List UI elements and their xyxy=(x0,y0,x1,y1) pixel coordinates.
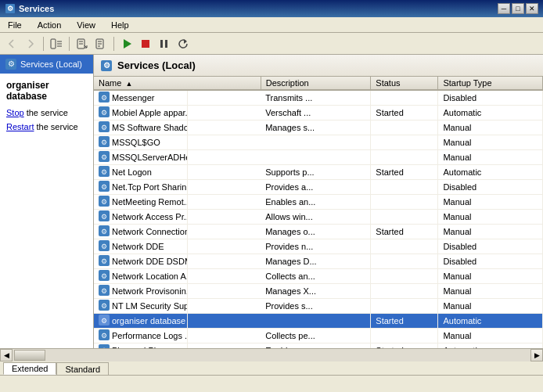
menu-file[interactable]: File xyxy=(3,20,27,31)
export-list-button[interactable] xyxy=(74,35,91,52)
table-row[interactable]: ⚙Network ConnectionsManages o...StartedM… xyxy=(94,225,543,239)
cell-startup: Manual xyxy=(438,329,543,343)
cell-name: ⚙Net.Tcp Port Sharin... xyxy=(94,180,188,194)
table-row[interactable]: ⚙Network Location A...Collects an...Manu… xyxy=(94,269,543,284)
hscroll-left-button[interactable]: ◀ xyxy=(0,349,13,361)
cell-status: Started xyxy=(371,106,438,120)
pause-button[interactable] xyxy=(156,35,173,52)
run-button[interactable] xyxy=(118,35,135,52)
cell-startup: Disabled xyxy=(438,90,543,106)
cell-status xyxy=(371,254,438,269)
service-row-icon: ⚙ xyxy=(99,344,110,348)
title-text: Services xyxy=(19,4,54,13)
table-row[interactable]: ⚙NetMeeting Remot...Enables an...Manual xyxy=(94,195,543,210)
table-row[interactable]: ⚙MSSQL$GOManual xyxy=(94,135,543,150)
svg-text:⚙: ⚙ xyxy=(101,109,107,117)
toolbar-sep-1 xyxy=(43,37,44,51)
hscroll-thumb[interactable] xyxy=(14,350,45,361)
hscroll-track[interactable] xyxy=(13,349,530,361)
table-row[interactable]: ⚙Net LogonSupports p...StartedAutomatic xyxy=(94,165,543,180)
detail-panel: organiser database Stop the service Rest… xyxy=(0,74,93,140)
close-button[interactable]: ✕ xyxy=(526,3,538,14)
service-row-icon: ⚙ xyxy=(99,285,110,297)
table-row[interactable]: ⚙Network DDE DSDMManages D...Disabled xyxy=(94,254,543,269)
cell-name: ⚙Mobiel Apple appar... xyxy=(94,106,188,120)
cell-description: Collects an... xyxy=(261,269,371,284)
cell-name: ⚙Messenger xyxy=(94,91,188,105)
hscroll-right-button[interactable]: ▶ xyxy=(530,349,543,361)
menu-action[interactable]: Action xyxy=(33,20,67,31)
cell-startup: Automatic xyxy=(438,314,543,329)
show-hide-tree-button[interactable] xyxy=(48,35,65,52)
table-row[interactable]: ⚙Network Provisonin...Manages X...Manual xyxy=(94,284,543,299)
tab-extended[interactable]: Extended xyxy=(3,362,56,375)
col-status[interactable]: Status xyxy=(371,77,438,90)
cell-status xyxy=(371,90,438,106)
tab-standard[interactable]: Standard xyxy=(56,362,109,375)
right-panel: ⚙ Services (Local) Name ▲ Description St… xyxy=(94,55,543,348)
toolbar-sep-3 xyxy=(113,37,114,51)
table-row[interactable]: ⚙MS Software Shado...Manages s...Manual xyxy=(94,120,543,135)
title-bar-left: ⚙ Services xyxy=(5,3,54,14)
title-bar-controls: ─ □ ✕ xyxy=(498,3,538,14)
forward-button[interactable] xyxy=(22,35,39,52)
table-row[interactable]: ⚙MessengerTransmits ...Disabled xyxy=(94,90,543,106)
table-row[interactable]: ⚙Network DDEProvides n...Disabled xyxy=(94,239,543,254)
cell-startup: Automatic xyxy=(438,106,543,120)
services-header-icon: ⚙ xyxy=(100,59,113,72)
restart-link[interactable]: Restart xyxy=(6,122,34,131)
cell-name: ⚙MSSQLServerADHel... xyxy=(94,150,188,164)
menu-help[interactable]: Help xyxy=(106,20,134,31)
minimize-button[interactable]: ─ xyxy=(498,3,510,14)
col-startup[interactable]: Startup Type xyxy=(438,77,543,90)
cell-startup: Disabled xyxy=(438,180,543,195)
restore-button[interactable]: □ xyxy=(512,3,524,14)
toolbar xyxy=(0,33,543,55)
table-row[interactable]: ⚙Mobiel Apple appar...Verschaft ...Start… xyxy=(94,106,543,120)
toolbar-sep-2 xyxy=(69,37,70,51)
cell-startup: Manual xyxy=(438,195,543,210)
cell-description: Allows win... xyxy=(261,210,371,225)
col-description[interactable]: Description xyxy=(261,77,371,90)
service-row-icon: ⚙ xyxy=(99,121,110,134)
cell-description xyxy=(261,135,371,150)
properties-button[interactable] xyxy=(92,35,110,52)
cell-description: Manages o... xyxy=(261,225,371,239)
left-panel: ⚙ Services (Local) organiser database St… xyxy=(0,55,94,348)
nav-item-services-local[interactable]: ⚙ Services (Local) xyxy=(0,55,93,74)
service-row-icon: ⚙ xyxy=(99,300,110,312)
cell-status xyxy=(371,329,438,343)
back-button[interactable] xyxy=(3,35,20,52)
service-row-icon: ⚙ xyxy=(99,136,110,149)
svg-text:⚙: ⚙ xyxy=(101,94,107,102)
table-row[interactable]: ⚙NT LM Security Sup...Provides s...Manua… xyxy=(94,299,543,314)
stop-link[interactable]: Stop xyxy=(6,108,24,117)
cell-startup: Manual xyxy=(438,210,543,225)
service-row-icon: ⚙ xyxy=(99,240,110,253)
cell-startup: Manual xyxy=(438,284,543,299)
status-bar xyxy=(0,375,543,392)
table-row[interactable]: ⚙Net.Tcp Port Sharin...Provides a...Disa… xyxy=(94,180,543,195)
table-row[interactable]: ⚙MSSQLServerADHel...Manual xyxy=(94,150,543,165)
cell-startup: Automatic xyxy=(438,343,543,349)
menu-bar: File Action View Help xyxy=(0,17,543,33)
cell-description: Provides s... xyxy=(261,299,371,314)
table-row[interactable]: ⚙organiser databaseStartedAutomatic xyxy=(94,314,543,329)
cell-startup: Disabled xyxy=(438,254,543,269)
cell-description xyxy=(261,150,371,165)
restart-button[interactable] xyxy=(174,35,192,52)
table-row[interactable]: ⚙Performance Logs ...Collects pe...Manua… xyxy=(94,329,543,343)
services-table-container[interactable]: Name ▲ Description Status Startup Type ⚙… xyxy=(94,77,543,348)
cell-description xyxy=(261,314,371,329)
svg-text:⚙: ⚙ xyxy=(101,153,107,161)
nav-item-label: Services (Local) xyxy=(20,59,82,69)
table-row[interactable]: ⚙Network Access Pr...Allows win...Manual xyxy=(94,210,543,225)
svg-text:⚙: ⚙ xyxy=(101,302,107,310)
cell-startup: Manual xyxy=(438,299,543,314)
col-name[interactable]: Name ▲ xyxy=(94,77,261,90)
stop-button[interactable] xyxy=(137,35,154,52)
menu-view[interactable]: View xyxy=(72,20,100,31)
cell-startup: Manual xyxy=(438,150,543,165)
table-row[interactable]: ⚙Plug and PlayEnables a c...StartedAutom… xyxy=(94,343,543,349)
cell-status: Started xyxy=(371,343,438,349)
